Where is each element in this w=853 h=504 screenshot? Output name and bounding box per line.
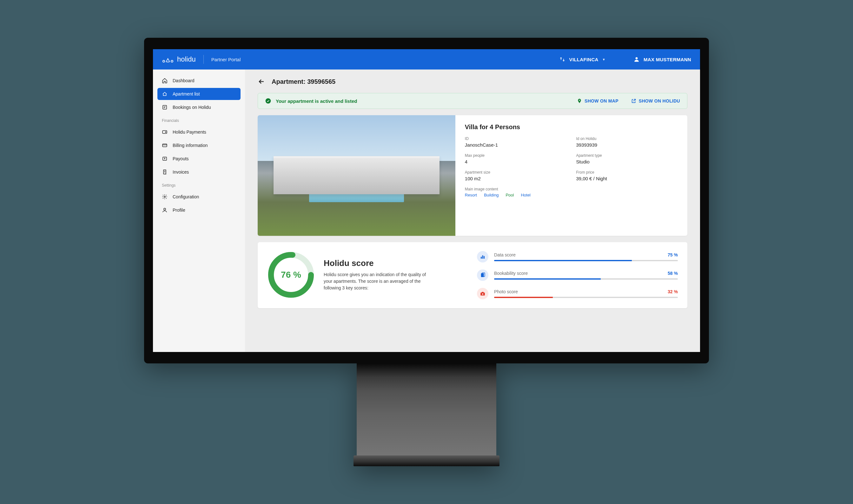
meta-id: ID JanoschCase-1 (465, 137, 567, 148)
payout-icon (162, 156, 167, 162)
score-row-photo: Photo score 32 % (477, 288, 678, 299)
swap-icon (559, 56, 565, 62)
svg-point-5 (165, 132, 166, 132)
meta-value: 39393939 (576, 142, 678, 148)
sidebar-item-apartment-list[interactable]: Apartment list (158, 88, 240, 100)
meta-apt-type: Apartment type Studio (576, 153, 678, 164)
tag-resort[interactable]: Resort (465, 193, 477, 197)
meta-value: JanoschCase-1 (465, 142, 567, 148)
score-name: Data score (494, 252, 516, 257)
score-description: Holidu score gives you an indication of … (324, 271, 429, 291)
progress-fill (494, 278, 601, 280)
meta-label: Apartment type (576, 153, 678, 158)
meta-from-price: From price 39,00 € / Night (576, 170, 678, 181)
main-content: Apartment: 39596565 Your appartment is a… (245, 70, 700, 352)
score-value: 75 % (668, 252, 678, 257)
score-row-data: Data score 75 % (477, 251, 678, 263)
page-title-row: Apartment: 39596565 (258, 76, 687, 87)
meta-value: Studio (576, 159, 678, 164)
score-title: Holidu score (324, 258, 429, 268)
wallet-icon (162, 129, 167, 135)
apartment-photo (258, 115, 455, 236)
sidebar-item-label: Profile (173, 208, 185, 213)
sidebar-item-label: Holidu Payments (173, 129, 206, 134)
sidebar-item-label: Dashboard (173, 78, 195, 83)
gear-icon (162, 194, 167, 200)
svg-rect-6 (162, 144, 167, 147)
app-screen: holidu Partner Portal VILLAFINCA ▼ (153, 49, 700, 352)
score-summary: 76 % Holidu score Holidu score gives you… (267, 251, 464, 299)
meta-label: ID (465, 137, 567, 141)
portal-label: Partner Portal (211, 57, 241, 62)
camera-icon (477, 288, 488, 299)
tag-building[interactable]: Building (484, 193, 498, 197)
sidebar-item-profile[interactable]: Profile (158, 204, 240, 216)
user-menu[interactable]: MAX MUSTERMANN (633, 56, 691, 62)
svg-point-9 (164, 208, 166, 210)
progress-track (494, 260, 678, 261)
score-text: Holidu score Holidu score gives you an i… (324, 258, 429, 291)
sidebar-item-label: Apartment list (173, 91, 200, 96)
show-on-map-label: SHOW ON MAP (584, 98, 618, 104)
score-name: Photo score (494, 289, 518, 294)
show-on-holidu-link[interactable]: SHOW ON HOLIDU (631, 98, 680, 104)
sidebar-item-dashboard[interactable]: Dashboard (158, 75, 240, 87)
booking-icon (162, 104, 167, 110)
svg-rect-3 (163, 105, 167, 109)
tag-hotel[interactable]: Hotel (521, 193, 530, 197)
svg-point-19 (482, 293, 484, 295)
progress-track (494, 297, 678, 298)
book-icon (477, 269, 488, 281)
back-button[interactable] (258, 78, 265, 85)
sidebar-item-payouts[interactable]: Payouts (158, 152, 240, 165)
sidebar-item-label: Payouts (173, 156, 189, 161)
status-message: Your appartment is active and listed (276, 98, 573, 104)
monitor-bezel: holidu Partner Portal VILLAFINCA ▼ (144, 38, 709, 363)
meta-value: 39,00 € / Night (576, 176, 678, 181)
monitor-stand-neck (357, 363, 496, 455)
sidebar-item-bookings[interactable]: Bookings on Holidu (158, 101, 240, 113)
meta-label: Id on Holidu (576, 137, 678, 141)
profile-icon (162, 207, 167, 213)
brand-name: holidu (177, 55, 196, 64)
score-overall-value: 76 % (267, 251, 315, 299)
show-on-holidu-label: SHOW ON HOLIDU (639, 98, 680, 104)
brand-logo[interactable]: holidu (162, 55, 196, 64)
apartment-title: Villa for 4 Persons (465, 124, 678, 131)
sidebar-item-invoices[interactable]: Invoices (158, 166, 240, 178)
home-icon (162, 78, 167, 84)
meta-apt-size: Apartment size 100 m2 (465, 170, 567, 181)
app-header: holidu Partner Portal VILLAFINCA ▼ (153, 49, 700, 70)
meta-max-people: Max people 4 (465, 153, 567, 164)
score-breakdown: Data score 75 % (477, 251, 678, 299)
house-small-icon (162, 91, 167, 97)
apartment-hero-card: Villa for 4 Persons ID JanoschCase-1 Id … (258, 115, 687, 236)
house-logo-icon (162, 56, 174, 63)
app-body: Dashboard Apartment list Bookings on Hol… (153, 70, 700, 352)
holidu-score-card: 76 % Holidu score Holidu score gives you… (258, 242, 687, 308)
svg-point-8 (164, 196, 166, 198)
card-icon (162, 143, 167, 148)
page-title: Apartment: 39596565 (272, 78, 335, 85)
svg-rect-16 (484, 256, 485, 259)
org-switcher[interactable]: VILLAFINCA ▼ (559, 56, 605, 62)
sidebar-item-label: Billing information (173, 143, 208, 148)
sidebar-item-billing[interactable]: Billing information (158, 139, 240, 151)
show-on-map-link[interactable]: SHOW ON MAP (577, 98, 618, 104)
org-name: VILLAFINCA (569, 57, 599, 62)
progress-track (494, 278, 678, 280)
meta-label: From price (576, 170, 678, 175)
sidebar-section-settings: Settings (158, 179, 240, 190)
person-icon (633, 56, 640, 62)
tag-pool[interactable]: Pool (506, 193, 514, 197)
svg-rect-15 (482, 255, 483, 259)
external-link-icon (631, 98, 636, 104)
svg-point-0 (163, 60, 165, 62)
svg-point-2 (636, 57, 638, 59)
sidebar-item-payments[interactable]: Holidu Payments (158, 126, 240, 138)
score-value: 58 % (668, 271, 678, 276)
sidebar-item-label: Configuration (173, 194, 199, 199)
sidebar-item-label: Bookings on Holidu (173, 105, 211, 110)
sidebar-item-configuration[interactable]: Configuration (158, 191, 240, 203)
sidebar-item-label: Invoices (173, 169, 189, 175)
